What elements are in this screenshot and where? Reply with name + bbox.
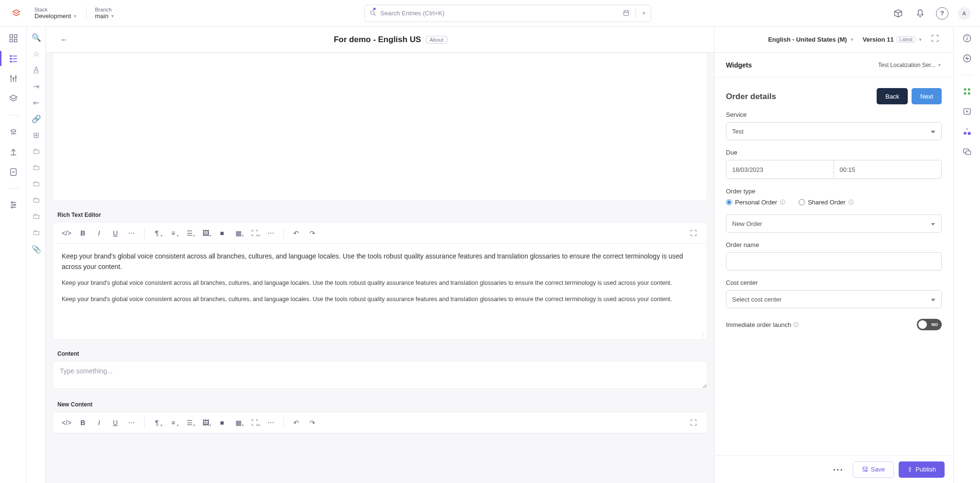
code-icon[interactable]: </> [60, 416, 73, 429]
attachment-icon[interactable]: 📎 [33, 245, 40, 253]
tasks-icon[interactable] [8, 166, 19, 178]
info-icon: ⓘ [793, 321, 799, 328]
rte-paragraph: Keep your brand's global voice consisten… [62, 295, 698, 304]
paragraph-icon[interactable]: ¶▼ [150, 226, 164, 240]
redo-icon[interactable]: ↷ [306, 226, 319, 240]
branch-selector[interactable]: main▼ [95, 12, 115, 20]
comments-icon[interactable] [961, 146, 973, 157]
star-icon[interactable]: ☆ [33, 50, 40, 57]
folder-icon[interactable]: 🗀 [33, 196, 40, 204]
table-icon[interactable]: ▦▼ [232, 226, 245, 240]
widget-service-selector[interactable]: Test Localization Ser... ▼ [878, 62, 942, 68]
image-icon[interactable]: 🖼▼ [199, 226, 212, 240]
search-box[interactable]: ▼ [364, 5, 651, 22]
code-icon[interactable]: </> [60, 226, 73, 240]
folder-icon[interactable]: 🗀 [33, 147, 40, 155]
preview-icon[interactable] [961, 106, 973, 117]
info-icon: ⓘ [780, 199, 785, 206]
table-icon[interactable]: ▦▼ [232, 416, 245, 429]
dashboard-icon[interactable] [8, 33, 19, 44]
personal-order-radio[interactable]: Personal Order ⓘ [726, 199, 785, 206]
info-icon[interactable] [961, 33, 973, 44]
service-select[interactable]: Test [726, 122, 942, 140]
save-icon: 🖫 [862, 466, 868, 473]
activity-icon[interactable] [961, 53, 973, 64]
folder-icon[interactable]: 🗀 [33, 229, 40, 236]
stack-selector[interactable]: Development▼ [34, 12, 78, 20]
publish-queue-icon[interactable] [8, 126, 19, 137]
due-time-input[interactable] [834, 160, 942, 179]
folder-icon[interactable]: 🗀 [33, 164, 40, 171]
expand-icon[interactable]: ⛶ [931, 34, 942, 45]
italic-icon[interactable]: I [92, 416, 106, 429]
fullscreen-icon[interactable]: ⛶ [687, 416, 700, 429]
embed-icon[interactable]: ⛶▼ [248, 416, 261, 429]
back-button[interactable]: Back [877, 88, 908, 104]
align-icon[interactable]: ≡▼ [167, 226, 180, 240]
svg-point-32 [967, 36, 968, 37]
rte-toolbar: </> B I U ⋯ ¶▼ ≡▼ ☰▼ 🖼▼ ■ ▦▼ ⛶ [53, 223, 707, 244]
exit-left-icon[interactable]: ⇤ [33, 99, 40, 106]
video-icon[interactable]: ■ [215, 226, 229, 240]
search-input[interactable] [380, 10, 623, 17]
layers-icon[interactable] [8, 93, 19, 104]
align-icon[interactable]: ≡▼ [167, 416, 180, 429]
more-format-icon[interactable]: ⋯ [125, 416, 138, 429]
rte-content[interactable]: Keep your brand's global voice consisten… [53, 244, 707, 339]
version-selector[interactable]: Version 11 Latest▼ [863, 36, 923, 43]
releases-icon[interactable] [8, 146, 19, 157]
content-field-label: Content [57, 350, 702, 357]
due-date-input[interactable] [726, 160, 834, 179]
folder-icon[interactable]: 🗀 [33, 213, 40, 220]
workflow-icon[interactable] [961, 86, 973, 97]
language-selector[interactable]: English - United States (M)▼ [768, 36, 854, 43]
italic-icon[interactable]: I [92, 226, 106, 240]
undo-icon[interactable]: ↶ [290, 226, 303, 240]
exit-right-icon[interactable]: ⇥ [33, 82, 40, 90]
more-insert-icon[interactable]: ⋯ [264, 226, 278, 240]
video-icon[interactable]: ■ [215, 416, 229, 429]
shared-order-radio[interactable]: Shared Order ⓘ [799, 199, 854, 206]
more-format-icon[interactable]: ⋯ [125, 226, 138, 240]
svg-rect-40 [968, 132, 970, 135]
grid-icon[interactable]: ⊞ [33, 131, 40, 139]
list-icon[interactable]: ☰▼ [183, 226, 196, 240]
chevron-down-icon[interactable]: ▼ [642, 11, 646, 16]
bold-icon[interactable]: B [76, 416, 89, 429]
cost-center-select[interactable]: Select cost center [726, 290, 942, 308]
paragraph-icon[interactable]: ¶▼ [150, 416, 164, 429]
order-kind-select[interactable]: New Order [726, 214, 942, 233]
widgets-rail-icon[interactable] [961, 126, 973, 137]
bold-icon[interactable]: B [76, 226, 89, 240]
image-icon[interactable]: 🖼▼ [199, 416, 212, 429]
publish-button[interactable]: ⇪Publish [899, 461, 945, 478]
underline-icon[interactable]: U [109, 226, 122, 240]
undo-icon[interactable]: ↶ [290, 416, 303, 429]
models-icon[interactable] [8, 73, 19, 84]
more-insert-icon[interactable]: ⋯ [264, 416, 278, 429]
about-badge[interactable]: About [426, 36, 447, 44]
underline-icon[interactable]: U [109, 416, 122, 429]
avatar[interactable]: A [958, 7, 970, 20]
link-icon[interactable]: 🔗 [33, 115, 40, 123]
help-icon[interactable]: ? [936, 7, 948, 20]
next-button[interactable]: Next [912, 88, 942, 104]
immediate-launch-toggle[interactable]: NO [917, 319, 942, 330]
more-actions-icon[interactable]: ⋯ [829, 463, 848, 476]
save-button[interactable]: 🖫Save [853, 461, 894, 478]
redo-icon[interactable]: ↷ [306, 416, 319, 429]
order-name-input[interactable] [726, 252, 942, 270]
save-shortcut-icon[interactable] [623, 10, 630, 17]
fullscreen-icon[interactable]: ⛶ [687, 226, 700, 240]
folder-icon[interactable]: 🗀 [33, 180, 40, 188]
box-icon[interactable] [892, 7, 904, 20]
entries-icon[interactable] [8, 53, 19, 64]
search-icon[interactable]: 🔍 [33, 34, 40, 41]
settings-icon[interactable] [8, 199, 19, 211]
content-textarea[interactable] [53, 361, 707, 389]
text-icon[interactable]: A [33, 66, 40, 74]
bell-icon[interactable] [914, 7, 926, 20]
list-icon[interactable]: ☰▼ [183, 416, 196, 429]
embed-icon[interactable]: ⛶▼ [248, 226, 261, 240]
back-arrow-icon[interactable]: ← [57, 33, 71, 46]
